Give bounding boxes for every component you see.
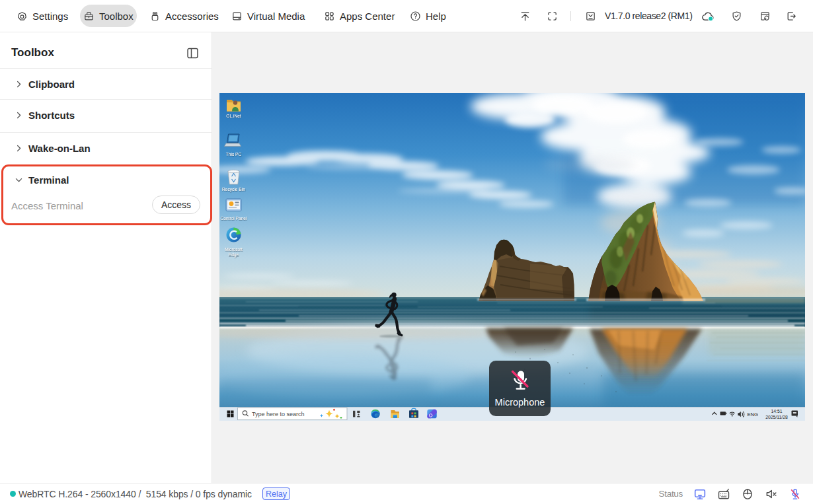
svg-text:14:51: 14:51: [771, 409, 782, 414]
svg-text:Type here to search: Type here to search: [252, 411, 305, 417]
svg-text:GL.iNet: GL.iNet: [226, 114, 241, 118]
svg-text:Microsoft: Microsoft: [225, 247, 243, 252]
svg-text:Recycle Bin: Recycle Bin: [222, 187, 245, 192]
svg-text:Control Panel: Control Panel: [221, 216, 247, 221]
svg-text:Edge: Edge: [229, 252, 239, 258]
svg-text:2025/11/28: 2025/11/28: [765, 415, 788, 419]
svg-text:This PC: This PC: [226, 152, 242, 157]
svg-text:ENG: ENG: [748, 412, 759, 417]
